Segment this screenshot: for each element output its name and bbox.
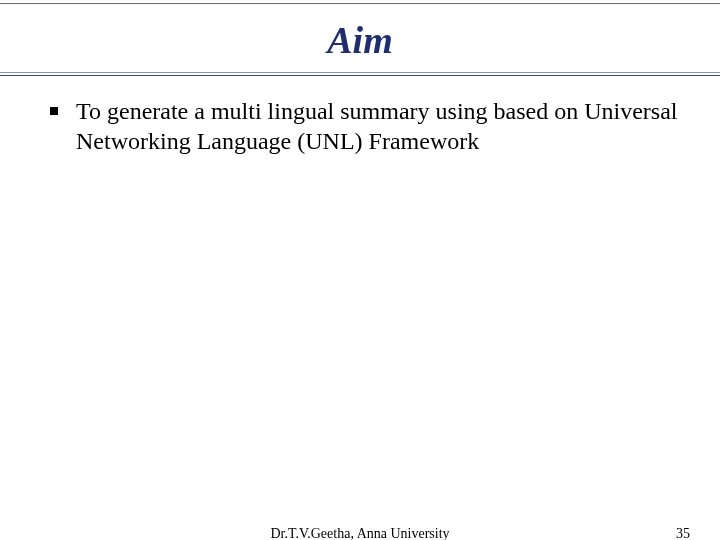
list-item: To generate a multi lingual summary usin…	[50, 96, 680, 156]
footer-author: Dr.T.V.Geetha, Anna University	[270, 526, 449, 540]
bullet-text: To generate a multi lingual summary usin…	[76, 96, 680, 156]
slide-title: Aim	[0, 0, 720, 72]
slide: Aim To generate a multi lingual summary …	[0, 0, 720, 540]
title-underline	[0, 72, 720, 76]
bullet-icon	[50, 107, 58, 115]
page-number: 35	[676, 526, 690, 540]
content-area: To generate a multi lingual summary usin…	[0, 76, 720, 156]
top-rule	[0, 3, 720, 4]
